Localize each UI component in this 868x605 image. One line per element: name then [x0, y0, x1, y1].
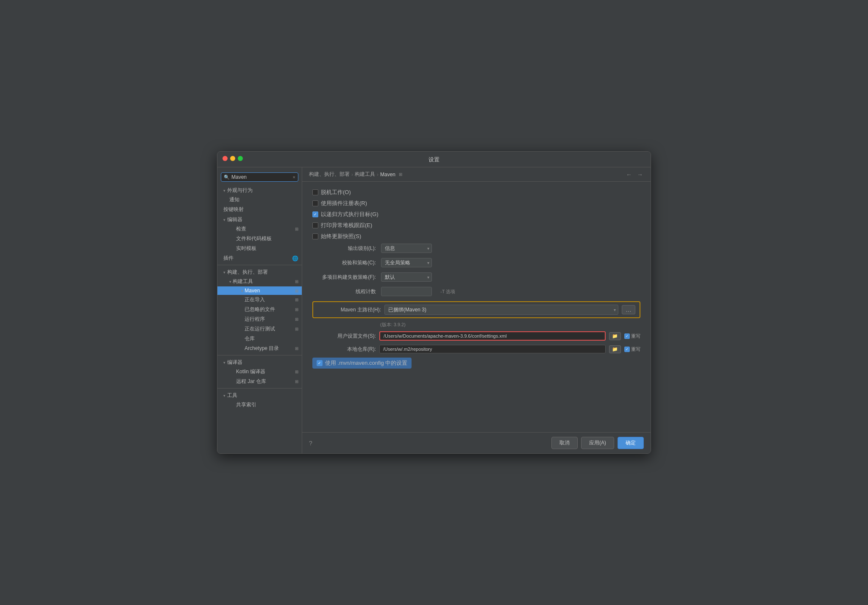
- remote-jar-icon: ⊞: [295, 379, 298, 384]
- maximize-button[interactable]: [238, 156, 243, 161]
- always-update-checkbox[interactable]: [312, 233, 318, 239]
- section-compiler: ▾ 编译器 Kotlin 编译器 ⊞ 远程 Jar 仓库 ⊞: [217, 357, 302, 386]
- checksum-policy-row: 校验和策略(C): 无全局策略 忽略 警告 失败 ▾: [312, 258, 640, 267]
- print-exception-row: 打印异常堆栈跟踪(E): [312, 222, 640, 229]
- user-settings-row: 用户设置文件(S): 📁 重写: [312, 331, 640, 341]
- chevron-maven: ▾: [241, 289, 243, 293]
- chevron-down-icon: ▾: [223, 189, 225, 193]
- sidebar-item-file-templates[interactable]: 文件和代码模板: [217, 234, 302, 244]
- sidebar-item-plugins[interactable]: 插件 🌐: [217, 253, 302, 263]
- sidebar-item-compiler-label: 编译器: [227, 359, 242, 366]
- sidebar-item-kotlin-compiler[interactable]: Kotlin 编译器 ⊞: [217, 367, 302, 377]
- maven-home-browse-button[interactable]: …: [622, 305, 635, 314]
- maven-home-row: Maven 主路径(H): 已捆绑(Maven 3) 自定义... ▾ …: [312, 301, 640, 318]
- cancel-button[interactable]: 取消: [551, 437, 578, 449]
- sidebar-item-appearance[interactable]: ▾ 外观与行为: [217, 185, 302, 195]
- help-button[interactable]: ?: [309, 440, 312, 447]
- recursive-goals-label: 以递归方式执行目标(G): [321, 211, 378, 218]
- thread-count-input[interactable]: [381, 287, 432, 296]
- sidebar-item-appearance-label: 外观与行为: [227, 187, 253, 194]
- output-level-row: 输出级别(L): 信息 调试 警告 错误 ▾: [312, 244, 640, 253]
- offline-work-checkbox[interactable]: [312, 189, 318, 195]
- thread-count-row: 线程计数 -T 选项: [312, 287, 640, 296]
- user-settings-input[interactable]: [379, 331, 606, 341]
- sidebar-item-tools[interactable]: ▾ 工具: [217, 390, 302, 400]
- sidebar-item-shared-index[interactable]: 共享索引: [217, 400, 302, 410]
- close-button[interactable]: [223, 156, 228, 161]
- breadcrumb: 构建、执行、部署 › 构建工具 › Maven ⊞: [309, 171, 402, 178]
- ignored-icon: ⊞: [295, 307, 298, 312]
- section-build: ▾ 构建、执行、部署 ▾ 构建工具 ⊞ ▾ Maven ⊞ 正在导入: [217, 267, 302, 353]
- section-appearance: ▾ 外观与行为 通知 按键映射 ▾ 编辑器 检查 ⊞ 文件和: [217, 185, 302, 263]
- sidebar-item-ignored[interactable]: 已忽略的文件 ⊞: [217, 305, 302, 314]
- section-tools: ▾ 工具 共享索引: [217, 390, 302, 410]
- runner-icon: ⊞: [295, 317, 298, 322]
- search-clear-icon[interactable]: ×: [293, 175, 295, 180]
- user-settings-browse-button[interactable]: 📁: [609, 332, 621, 340]
- traffic-lights: [223, 156, 243, 161]
- output-level-select-wrap: 信息 调试 警告 错误 ▾: [381, 244, 432, 253]
- print-exception-checkbox[interactable]: [312, 222, 318, 228]
- always-update-label: 始终更新快照(S): [321, 233, 361, 240]
- sidebar-item-importing[interactable]: 正在导入 ⊞: [217, 295, 302, 305]
- sidebar-item-maven[interactable]: ▾ Maven ⊞: [217, 286, 302, 295]
- breadcrumb-sep-2: ›: [377, 172, 378, 178]
- sidebar: 🔍 × ▾ 外观与行为 通知 按键映射 ▾ 编辑: [217, 167, 302, 453]
- sidebar-item-keymap[interactable]: 按键映射: [217, 205, 302, 214]
- version-hint: (版本: 3.9.2): [312, 322, 640, 328]
- sidebar-item-keymap-label: 按键映射: [223, 206, 244, 213]
- sidebar-item-remote-jar[interactable]: 远程 Jar 仓库 ⊞: [217, 377, 302, 386]
- divider-2: [217, 355, 302, 355]
- ok-button[interactable]: 确定: [618, 437, 644, 449]
- maven-config-label-wrap[interactable]: 使用 .mvn/maven.config 中的设置: [312, 358, 412, 369]
- sidebar-item-archetype[interactable]: Archetype 目录 ⊞: [217, 344, 302, 353]
- user-settings-label: 用户设置文件(S):: [312, 333, 376, 340]
- maven-config-checkbox[interactable]: [317, 360, 323, 366]
- sidebar-item-build-tools[interactable]: ▾ 构建工具 ⊞: [217, 277, 302, 286]
- local-repo-override-checkbox[interactable]: [624, 347, 630, 352]
- sidebar-item-live-templates-label: 实时模板: [236, 245, 256, 252]
- local-repo-browse-button[interactable]: 📁: [609, 345, 621, 353]
- always-update-row: 始终更新快照(S): [312, 233, 640, 240]
- sidebar-item-editor[interactable]: ▾ 编辑器: [217, 214, 302, 224]
- importing-icon: ⊞: [295, 297, 298, 302]
- sidebar-item-repo-label: 仓库: [245, 335, 255, 342]
- minimize-button[interactable]: [230, 156, 235, 161]
- nav-back-button[interactable]: ←: [625, 171, 633, 178]
- sidebar-item-build-exec[interactable]: ▾ 构建、执行、部署: [217, 267, 302, 277]
- multi-fail-row: 多项目构建失败策略(F): 默认 最后 从不 ▾: [312, 272, 640, 282]
- plugin-registry-checkbox[interactable]: [312, 200, 318, 206]
- recursive-goals-checkbox[interactable]: [312, 211, 318, 217]
- settings-form: 脱机工作(O) 使用插件注册表(R) 以递归方式执行目标(G): [302, 182, 651, 432]
- sidebar-item-running-tests-label: 正在运行测试: [245, 325, 275, 333]
- sidebar-item-notifications[interactable]: 通知: [217, 195, 302, 205]
- apply-button[interactable]: 应用(A): [581, 437, 614, 449]
- sidebar-item-runner-label: 运行程序: [245, 316, 265, 323]
- sidebar-item-runner[interactable]: 运行程序 ⊞: [217, 314, 302, 324]
- sidebar-item-maven-label: ▾ Maven: [241, 288, 260, 294]
- user-settings-override-checkbox[interactable]: [624, 333, 630, 339]
- maven-home-select[interactable]: 已捆绑(Maven 3) 自定义...: [384, 305, 618, 315]
- search-box-wrap: 🔍 ×: [217, 171, 302, 185]
- output-level-select[interactable]: 信息 调试 警告 错误: [381, 244, 432, 253]
- sidebar-item-running-tests[interactable]: 正在运行测试 ⊞: [217, 324, 302, 334]
- checksum-policy-select[interactable]: 无全局策略 忽略 警告 失败: [381, 258, 432, 267]
- search-input[interactable]: [231, 174, 291, 180]
- sidebar-item-build-exec-label: 构建、执行、部署: [227, 269, 268, 276]
- nav-forward-button[interactable]: →: [636, 171, 644, 178]
- search-icon: 🔍: [224, 175, 230, 180]
- sidebar-item-compiler[interactable]: ▾ 编译器: [217, 357, 302, 367]
- sidebar-item-build-tools-label: ▾ 构建工具: [229, 278, 253, 285]
- chevron-compiler: ▾: [223, 361, 225, 365]
- multi-fail-select[interactable]: 默认 最后 从不: [381, 272, 432, 282]
- sidebar-item-live-templates[interactable]: 实时模板: [217, 244, 302, 253]
- main-content: 🔍 × ▾ 外观与行为 通知 按键映射 ▾ 编辑: [217, 167, 651, 453]
- local-repo-input[interactable]: [379, 345, 606, 353]
- search-box: 🔍 ×: [221, 172, 298, 182]
- sidebar-item-inspection[interactable]: 检查 ⊞: [217, 224, 302, 234]
- offline-work-row: 脱机工作(O): [312, 189, 640, 196]
- sidebar-item-file-templates-label: 文件和代码模板: [236, 235, 272, 242]
- always-update-wrap: 始终更新快照(S): [312, 233, 361, 240]
- plugin-registry-wrap: 使用插件注册表(R): [312, 200, 367, 207]
- sidebar-item-repo[interactable]: 仓库: [217, 334, 302, 344]
